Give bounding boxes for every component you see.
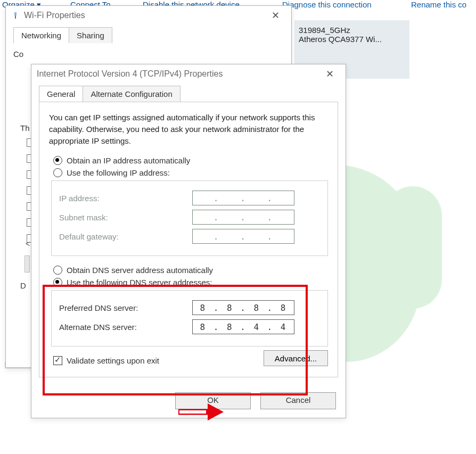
- wifi-titlebar: Wi-Fi Properties ✕: [6, 6, 291, 25]
- hidden-button-fragment[interactable]: [24, 255, 30, 273]
- wifi-title: Wi-Fi Properties: [24, 11, 265, 20]
- scroll-left-caret[interactable]: <: [26, 240, 30, 248]
- tab-general[interactable]: General: [39, 86, 83, 102]
- ipv4-titlebar: Internet Protocol Version 4 (TCP/IPv4) P…: [31, 64, 346, 84]
- preferred-dns-label: Preferred DNS server:: [59, 303, 192, 312]
- ipv4-description: You can get IP settings assigned automat…: [49, 112, 328, 146]
- subnet-input: ...: [192, 210, 294, 225]
- ipv4-general-panel: You can get IP settings assigned automat…: [39, 102, 338, 377]
- tab-sharing[interactable]: Sharing: [69, 27, 112, 43]
- dialog-buttons: OK Cancel: [31, 385, 346, 418]
- connect-using-label: Co: [13, 49, 284, 59]
- radio-ip-auto[interactable]: Obtain an IP address automatically: [53, 156, 328, 165]
- wifi-tabs: Networking Sharing: [13, 27, 291, 43]
- dns-fieldset: Preferred DNS server: 8. 8. 8. 8 Alterna…: [51, 290, 328, 346]
- ipv4-properties-window: Internet Protocol Version 4 (TCP/IPv4) P…: [31, 64, 346, 418]
- dns-group: Obtain DNS server address automatically …: [49, 266, 328, 346]
- d-label-fragment: D: [20, 281, 26, 290]
- radio-dns-manual[interactable]: Use the following DNS server addresses:: [53, 278, 328, 287]
- radio-ip-manual[interactable]: Use the following IP address:: [53, 168, 328, 177]
- radio-label: Obtain DNS server address automatically: [67, 266, 213, 275]
- close-icon[interactable]: ✕: [265, 10, 286, 21]
- connection-adapter: Atheros QCA9377 Wi...: [299, 35, 405, 44]
- protocol-checkbox-column: [27, 138, 30, 250]
- preferred-dns-input[interactable]: 8. 8. 8. 8: [192, 300, 294, 315]
- ip-fieldset: IP address: ... Subnet mask: ... Default…: [51, 180, 328, 256]
- advanced-button[interactable]: Advanced...: [264, 350, 328, 366]
- radio-label: Use the following DNS server addresses:: [67, 278, 212, 287]
- toolbar-rename[interactable]: Rename this co: [411, 0, 466, 9]
- checkbox-icon: [53, 356, 62, 365]
- radio-icon: [53, 278, 62, 287]
- connection-ssid: 319894_5GHz: [299, 26, 405, 35]
- svg-rect-1: [15, 15, 16, 19]
- ipv4-tabs: General Alternate Configuration: [39, 86, 346, 102]
- radio-label: Use the following IP address:: [67, 168, 170, 177]
- alternate-dns-input[interactable]: 8. 8. 4. 4: [192, 319, 294, 334]
- close-icon[interactable]: ✕: [319, 68, 340, 80]
- subnet-label: Subnet mask:: [59, 213, 192, 222]
- ip-address-label: IP address:: [59, 194, 192, 203]
- th-label-fragment: Th: [20, 123, 30, 133]
- svg-rect-0: [14, 12, 17, 15]
- tab-networking[interactable]: Networking: [13, 27, 69, 43]
- ipv4-title: Internet Protocol Version 4 (TCP/IPv4) P…: [37, 69, 319, 79]
- ip-address-input: ...: [192, 191, 294, 205]
- cancel-button[interactable]: Cancel: [260, 392, 336, 409]
- toolbar-diagnose[interactable]: Diagnose this connection: [282, 0, 372, 9]
- tab-alternate-config[interactable]: Alternate Configuration: [83, 86, 180, 102]
- ok-button[interactable]: OK: [175, 392, 251, 409]
- radio-label: Obtain an IP address automatically: [67, 156, 190, 165]
- radio-icon: [53, 156, 62, 165]
- gateway-label: Default gateway:: [59, 232, 192, 241]
- radio-icon: [53, 266, 62, 275]
- radio-dns-auto[interactable]: Obtain DNS server address automatically: [53, 266, 328, 275]
- gateway-input: ...: [192, 229, 294, 244]
- validate-label: Validate settings upon exit: [67, 356, 159, 365]
- radio-icon: [53, 168, 62, 177]
- alternate-dns-label: Alternate DNS server:: [59, 323, 192, 332]
- wifi-icon: [11, 11, 20, 20]
- ip-group: Obtain an IP address automatically Use t…: [49, 156, 328, 256]
